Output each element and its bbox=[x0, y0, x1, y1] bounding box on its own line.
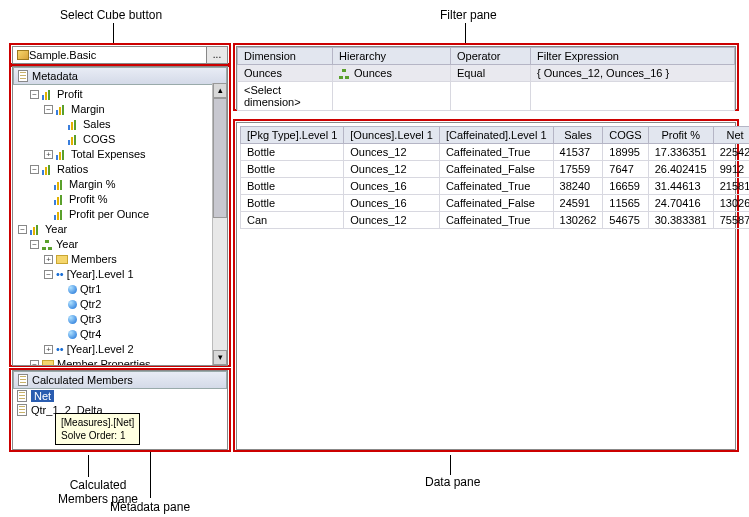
data-column-header[interactable]: COGS bbox=[603, 127, 648, 144]
data-cell[interactable]: Caffeinated_False bbox=[439, 195, 553, 212]
data-cell[interactable]: Caffeinated_False bbox=[439, 161, 553, 178]
data-cell[interactable]: 130262 bbox=[553, 212, 603, 229]
data-cell[interactable]: 18995 bbox=[603, 144, 648, 161]
tree-item-year-l2[interactable]: [Year].Level 2 bbox=[67, 342, 134, 357]
tree-item-profitpct[interactable]: Profit % bbox=[69, 192, 108, 207]
data-cell[interactable]: 21581 bbox=[713, 178, 749, 195]
data-cell[interactable]: 41537 bbox=[553, 144, 603, 161]
cube-selector[interactable]: Sample.Basic bbox=[12, 46, 228, 64]
tree-item-memberprops[interactable]: Member Properties bbox=[57, 357, 151, 366]
scrollbar[interactable]: ▴ ▾ bbox=[212, 83, 227, 365]
table-row[interactable]: BottleOunces_12Caffeinated_False17559764… bbox=[241, 161, 750, 178]
filter-header-operator[interactable]: Operator bbox=[451, 48, 531, 65]
expander-icon[interactable]: + bbox=[44, 345, 53, 354]
data-cell[interactable]: Caffeinated_True bbox=[439, 144, 553, 161]
table-row[interactable]: BottleOunces_16Caffeinated_True382401665… bbox=[241, 178, 750, 195]
data-pane: [Pkg Type].Level 1[Ounces].Level 1[Caffe… bbox=[236, 122, 736, 450]
tree-item-year[interactable]: Year bbox=[45, 222, 67, 237]
tree-item-marginpct[interactable]: Margin % bbox=[69, 177, 115, 192]
measure-icon bbox=[42, 90, 54, 100]
filter-cell[interactable]: Equal bbox=[451, 65, 531, 82]
data-cell[interactable]: Ounces_12 bbox=[344, 161, 440, 178]
data-cell[interactable]: 7647 bbox=[603, 161, 648, 178]
expander-icon[interactable]: − bbox=[30, 240, 39, 249]
expander-icon[interactable]: − bbox=[44, 270, 53, 279]
tree-item-year-sub[interactable]: Year bbox=[56, 237, 78, 252]
calc-item-net[interactable]: Net bbox=[13, 389, 227, 403]
data-cell[interactable]: Bottle bbox=[241, 195, 344, 212]
filter-cell[interactable]: { Ounces_12, Ounces_16 } bbox=[531, 65, 735, 82]
filter-cell[interactable]: Ounces bbox=[238, 65, 333, 82]
data-cell[interactable]: 9912 bbox=[713, 161, 749, 178]
scroll-down-icon[interactable]: ▾ bbox=[213, 350, 227, 365]
table-row[interactable]: BottleOunces_12Caffeinated_True415371899… bbox=[241, 144, 750, 161]
data-cell[interactable]: 24591 bbox=[553, 195, 603, 212]
filter-placeholder[interactable]: <Select dimension> bbox=[238, 82, 333, 111]
data-cell[interactable]: 16659 bbox=[603, 178, 648, 195]
scroll-up-icon[interactable]: ▴ bbox=[213, 83, 227, 98]
filter-header-hierarchy[interactable]: Hierarchy bbox=[333, 48, 451, 65]
tree-item-profit[interactable]: Profit bbox=[57, 87, 83, 102]
data-column-header[interactable]: [Caffeinated].Level 1 bbox=[439, 127, 553, 144]
data-cell[interactable]: 75587 bbox=[713, 212, 749, 229]
data-cell[interactable]: Can bbox=[241, 212, 344, 229]
tree-item-qtr2[interactable]: Qtr2 bbox=[80, 297, 101, 312]
data-cell[interactable]: Caffeinated_True bbox=[439, 212, 553, 229]
data-cell[interactable]: Bottle bbox=[241, 144, 344, 161]
table-row[interactable]: CanOunces_12Caffeinated_True130262546753… bbox=[241, 212, 750, 229]
annotation-filter-pane: Filter pane bbox=[440, 8, 497, 22]
data-cell[interactable]: Ounces_12 bbox=[344, 144, 440, 161]
filter-header-expression[interactable]: Filter Expression bbox=[531, 48, 735, 65]
data-column-header[interactable]: [Ounces].Level 1 bbox=[344, 127, 440, 144]
tree-item-sales[interactable]: Sales bbox=[83, 117, 111, 132]
tree-item-qtr4[interactable]: Qtr4 bbox=[80, 327, 101, 342]
data-cell[interactable]: Caffeinated_True bbox=[439, 178, 553, 195]
tree-item-ratios[interactable]: Ratios bbox=[57, 162, 88, 177]
filter-row-new[interactable]: <Select dimension> bbox=[238, 82, 735, 111]
data-column-header[interactable]: [Pkg Type].Level 1 bbox=[241, 127, 344, 144]
data-cell[interactable]: Ounces_12 bbox=[344, 212, 440, 229]
table-row[interactable]: BottleOunces_16Caffeinated_False24591115… bbox=[241, 195, 750, 212]
expander-icon[interactable]: − bbox=[30, 360, 39, 366]
expander-icon[interactable]: + bbox=[44, 255, 53, 264]
data-cell[interactable]: 17559 bbox=[553, 161, 603, 178]
calculator-icon bbox=[18, 374, 28, 386]
expander-icon[interactable]: + bbox=[44, 150, 53, 159]
tree-item-year-l1[interactable]: [Year].Level 1 bbox=[67, 267, 134, 282]
data-cell[interactable]: 17.336351 bbox=[648, 144, 713, 161]
data-cell[interactable]: 54675 bbox=[603, 212, 648, 229]
data-cell[interactable]: 13026 bbox=[713, 195, 749, 212]
data-cell[interactable]: 31.44613 bbox=[648, 178, 713, 195]
filter-row[interactable]: Ounces Ounces Equal { Ounces_12, Ounces_… bbox=[238, 65, 735, 82]
expander-icon[interactable]: − bbox=[44, 105, 53, 114]
tree-item-members[interactable]: Members bbox=[71, 252, 117, 267]
tree-item-qtr3[interactable]: Qtr3 bbox=[80, 312, 101, 327]
line bbox=[450, 455, 451, 475]
scroll-thumb[interactable] bbox=[213, 98, 227, 218]
data-cell[interactable]: 24.70416 bbox=[648, 195, 713, 212]
measure-icon bbox=[68, 120, 80, 130]
expander-icon[interactable]: − bbox=[30, 90, 39, 99]
data-cell[interactable]: Ounces_16 bbox=[344, 178, 440, 195]
tree-item-margin[interactable]: Margin bbox=[71, 102, 105, 117]
data-column-header[interactable]: Net bbox=[713, 127, 749, 144]
tree-item-cogs[interactable]: COGS bbox=[83, 132, 115, 147]
data-cell[interactable]: 26.402415 bbox=[648, 161, 713, 178]
data-cell[interactable]: 30.383381 bbox=[648, 212, 713, 229]
filter-cell[interactable]: Ounces bbox=[333, 65, 451, 82]
data-cell[interactable]: Ounces_16 bbox=[344, 195, 440, 212]
data-cell[interactable]: Bottle bbox=[241, 178, 344, 195]
data-column-header[interactable]: Profit % bbox=[648, 127, 713, 144]
tree-item-qtr1[interactable]: Qtr1 bbox=[80, 282, 101, 297]
data-cell[interactable]: Bottle bbox=[241, 161, 344, 178]
tree-item-totalexp[interactable]: Total Expenses bbox=[71, 147, 146, 162]
data-cell[interactable]: 38240 bbox=[553, 178, 603, 195]
data-column-header[interactable]: Sales bbox=[553, 127, 603, 144]
data-cell[interactable]: 11565 bbox=[603, 195, 648, 212]
select-cube-button[interactable]: ... bbox=[206, 46, 228, 64]
tree-item-profitoz[interactable]: Profit per Ounce bbox=[69, 207, 149, 222]
data-cell[interactable]: 22542 bbox=[713, 144, 749, 161]
expander-icon[interactable]: − bbox=[18, 225, 27, 234]
filter-header-dimension[interactable]: Dimension bbox=[238, 48, 333, 65]
expander-icon[interactable]: − bbox=[30, 165, 39, 174]
